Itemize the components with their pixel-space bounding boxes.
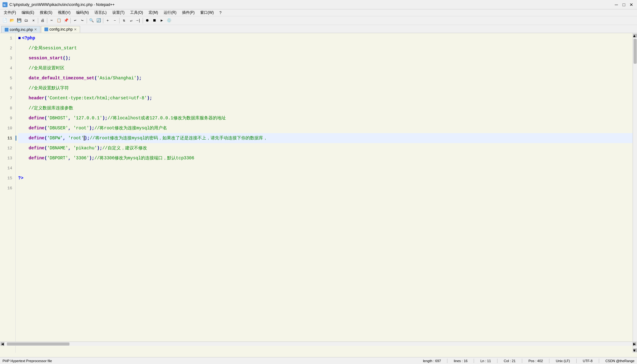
code-span-9a: define — [18, 116, 44, 121]
indent-button[interactable]: →| — [135, 17, 142, 24]
status-sep3 — [497, 359, 497, 363]
code-line-12: define('DBNAME', 'pikachu');//自定义，建议不修改 — [18, 143, 633, 153]
menu-settings[interactable]: 设置(T) — [110, 9, 127, 16]
code-span-12b: ( — [44, 146, 47, 151]
code-span-12d: , — [68, 146, 74, 151]
close-button[interactable]: ✕ — [628, 2, 634, 8]
macro-record-button[interactable]: ⏺ — [144, 17, 151, 24]
code-span-13b: ( — [44, 156, 47, 161]
open-button[interactable]: 📂 — [8, 17, 15, 24]
linenum-16: 16 — [0, 183, 15, 193]
menu-run[interactable]: 运行(R) — [161, 9, 179, 16]
new-button[interactable]: 📄 — [1, 17, 8, 24]
code-area[interactable]: ■<?php //全局session_start session_start()… — [16, 33, 633, 353]
code-span-8: //定义数据库连接参数 — [18, 105, 73, 111]
menu-view[interactable]: 视图(V) — [55, 9, 73, 16]
menu-tools[interactable]: 工具(O) — [128, 9, 145, 16]
cut-button[interactable]: ✂ — [48, 17, 55, 24]
zoom-in-button[interactable]: ＋ — [104, 17, 111, 24]
linenum-11: 11 — [0, 133, 15, 143]
menu-file[interactable]: 文件(F) — [1, 9, 18, 16]
menu-edit[interactable]: 编辑(E) — [19, 9, 37, 16]
minimize-button[interactable]: ─ — [613, 2, 619, 8]
scroll-down-arrow[interactable]: ▼ — [633, 348, 637, 352]
code-span-5b: ( — [94, 76, 97, 81]
status-sep5 — [549, 359, 549, 363]
zoom-out-button[interactable]: － — [111, 17, 118, 24]
status-bar: PHP Hypertext Preprocessor file length :… — [0, 357, 637, 364]
code-span-6: //全局设置默认字符 — [18, 85, 69, 91]
code-span-11e: 'root' — [68, 136, 84, 141]
replace-button[interactable]: 🔄 — [95, 17, 102, 24]
save-all-button[interactable]: 🗂 — [23, 17, 30, 24]
find-button[interactable]: 🔍 — [88, 17, 95, 24]
editor-container[interactable]: 1 2 3 4 5 6 7 8 9 10 11 12 13 14 15 16 ■… — [0, 33, 637, 353]
encoding-label: UTF-8 — [583, 359, 593, 363]
code-span-10e: 'root' — [73, 126, 89, 131]
macro-stop-button[interactable]: ⏹ — [151, 17, 158, 24]
scroll-right-arrow[interactable]: ▶ — [633, 342, 636, 346]
code-span-11c: 'DBPW' — [47, 136, 63, 141]
tab-label-1: config.inc.php — [49, 27, 73, 32]
menu-plugins[interactable]: 插件(P) — [180, 9, 197, 16]
menu-search[interactable]: 搜索(S) — [37, 9, 55, 16]
code-span-7d: ); — [147, 96, 152, 101]
code-line-9: define('DBHOST', '127.0.0.1');//将localho… — [18, 113, 633, 123]
scroll-left-arrow[interactable]: ◀ — [1, 342, 4, 346]
sep1 — [38, 18, 38, 23]
tab-icon-0 — [5, 28, 8, 32]
maximize-button[interactable]: □ — [621, 2, 627, 8]
file-type-label: PHP Hypertext Preprocessor file — [3, 359, 417, 363]
lines-label: lines : 16 — [454, 359, 467, 363]
col-label: Col : 21 — [504, 359, 516, 363]
code-span-9g: //将localhost或者127.0.0.1修改为数据库服务器的地址 — [108, 115, 226, 121]
macro-save-button[interactable]: 💿 — [166, 17, 172, 24]
macro-play-button[interactable]: ▶ — [158, 17, 165, 24]
code-span-5d: ); — [136, 76, 142, 81]
linenum-5: 5 — [0, 73, 15, 83]
code-span-11g: //将root修改为连接mysql的密码，如果改了还是连接不上，请先手动连接下你… — [90, 135, 268, 141]
menu-language[interactable]: 语言(L) — [92, 9, 109, 16]
scroll-up-arrow[interactable]: ▲ — [633, 34, 637, 37]
linenum-14: 14 — [0, 163, 15, 173]
code-line-11: define('DBPW', 'root' );//将root修改为连接mysq… — [18, 133, 633, 143]
scroll-thumb-v[interactable] — [634, 39, 637, 64]
menu-macro[interactable]: 宏(M) — [146, 9, 161, 16]
code-line-1: ■<?php — [18, 33, 633, 43]
save-button[interactable]: 💾 — [16, 17, 23, 24]
word-wrap-button[interactable]: ↵ — [128, 17, 135, 24]
menu-window[interactable]: 窗口(W) — [198, 9, 216, 16]
paste-button[interactable]: 📌 — [63, 17, 69, 24]
menu-help[interactable]: ? — [217, 10, 224, 16]
tab-0[interactable]: config.inc.php ✕ — [1, 26, 40, 33]
tab-close-0[interactable]: ✕ — [34, 27, 37, 32]
scrollbar-horizontal[interactable]: ◀ ▶ — [0, 342, 637, 346]
code-span-4: //全局居设置时区 — [18, 65, 64, 71]
code-span-11f: ); — [84, 136, 90, 141]
code-span-15: ?> — [18, 176, 23, 181]
ln-label: Ln : 11 — [480, 359, 491, 363]
copy-button[interactable]: 📋 — [55, 17, 62, 24]
code-line-16 — [18, 183, 633, 193]
code-span-13c: 'DBPORT' — [47, 156, 68, 161]
status-sep1 — [447, 359, 447, 363]
linenum-7: 7 — [0, 93, 15, 103]
sync-scroll-button[interactable]: ⇅ — [120, 17, 127, 24]
scroll-thumb-h[interactable] — [7, 342, 69, 346]
code-span-10d: , — [68, 126, 74, 131]
tab-1[interactable]: config.inc.php ✕ — [41, 26, 80, 33]
code-span-9f: ); — [102, 116, 108, 121]
code-span-3a — [18, 56, 29, 61]
scrollbar-vertical[interactable]: ▲ ▼ — [633, 33, 637, 353]
print-button[interactable]: 🖨 — [39, 17, 46, 24]
tab-close-1[interactable]: ✕ — [74, 27, 77, 32]
undo-button[interactable]: ↩ — [72, 17, 79, 24]
close-button-toolbar[interactable]: ✕ — [30, 17, 37, 24]
code-span-10a: define — [18, 126, 44, 131]
status-sep6 — [576, 359, 577, 363]
code-span-13e: '3306' — [73, 156, 89, 161]
code-span-10c: 'DBUSER' — [47, 126, 68, 131]
code-span-7a: header — [18, 96, 44, 101]
redo-button[interactable]: ↪ — [79, 17, 86, 24]
menu-encoding[interactable]: 编码(N) — [74, 9, 91, 16]
